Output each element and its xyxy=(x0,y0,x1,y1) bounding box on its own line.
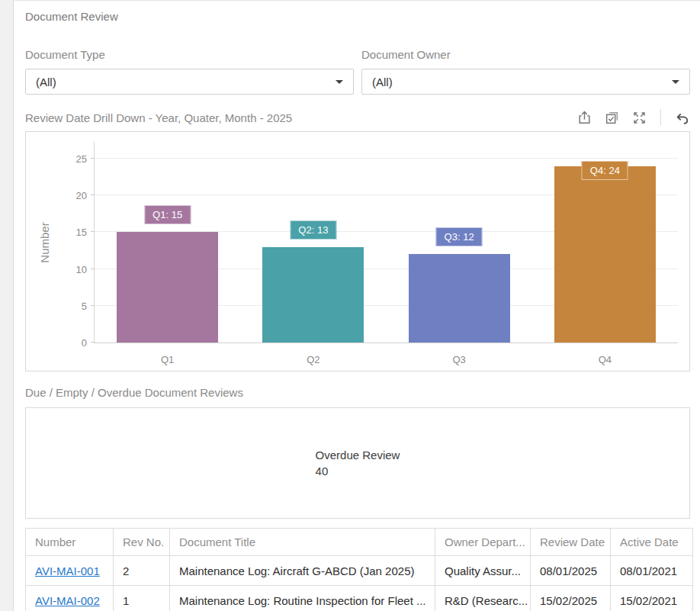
filter-document-owner: Document Owner (All) xyxy=(361,48,690,95)
y-tick-mark xyxy=(91,342,95,342)
chart-toolbar xyxy=(576,109,690,126)
table-cell: R&D (Researc... xyxy=(435,586,531,611)
table-cell: 1 xyxy=(114,586,170,611)
document-owner-label: Document Owner xyxy=(361,48,690,61)
document-type-dropdown[interactable]: (All) xyxy=(25,69,354,95)
document-type-label: Document Type xyxy=(25,48,354,61)
overdue-section-title: Due / Empty / Overdue Document Reviews xyxy=(25,386,690,399)
overdue-metric: Overdue Review 40 xyxy=(316,447,400,479)
y-axis-title: Number xyxy=(38,222,51,262)
bar-value-label: Q1: 15 xyxy=(144,205,191,224)
toolbar-divider xyxy=(660,109,661,126)
bar-q3[interactable] xyxy=(409,254,510,342)
table-header-row: NumberRev No.Document TitleOwner Depart.… xyxy=(26,529,693,556)
overdue-review-card[interactable]: Overdue Review 40 xyxy=(25,407,690,519)
plot-area: 0510152025Q1: 15Q1Q2: 13Q2Q3: 12Q3Q4: 24… xyxy=(94,142,678,343)
chevron-down-icon xyxy=(336,80,343,84)
document-number-link[interactable]: AVI-MAI-001 xyxy=(35,564,100,577)
chevron-down-icon xyxy=(672,80,679,84)
y-tick-label: 0 xyxy=(56,337,87,349)
multi-select-icon[interactable] xyxy=(604,110,620,126)
table-cell: AVI-MAI-002 xyxy=(26,586,114,611)
bar-q2[interactable] xyxy=(262,247,364,342)
table-cell: 2 xyxy=(114,556,170,586)
bar-q4[interactable] xyxy=(554,166,656,342)
column-header: Document Title xyxy=(170,529,435,556)
y-tick-mark xyxy=(91,305,95,306)
y-tick-label: 25 xyxy=(56,153,87,165)
bar-q1[interactable] xyxy=(117,232,218,342)
y-tick-label: 5 xyxy=(56,301,87,312)
column-header: Number xyxy=(26,529,114,556)
table-cell: 08/01/2025 xyxy=(531,556,611,586)
document-owner-value: (All) xyxy=(372,76,393,88)
documents-table: NumberRev No.Document TitleOwner Depart.… xyxy=(25,528,693,611)
export-icon[interactable] xyxy=(576,110,592,126)
table-cell: 15/02/2025 xyxy=(531,586,611,611)
y-tick-label: 10 xyxy=(56,264,87,275)
page-title: Document Review xyxy=(25,10,690,23)
overdue-metric-label: Overdue Review xyxy=(316,447,400,463)
y-tick-label: 15 xyxy=(56,227,87,238)
x-axis-label: Q1 xyxy=(161,354,174,365)
bar-chart: Number 0510152025Q1: 15Q1Q2: 13Q2Q3: 12Q… xyxy=(25,131,690,371)
table-body: AVI-MAI-0012Maintenance Log: Aircraft G-… xyxy=(26,556,693,611)
y-tick-label: 20 xyxy=(56,190,87,201)
x-axis-label: Q3 xyxy=(452,354,465,365)
x-axis-label: Q4 xyxy=(599,354,612,365)
table-cell: 08/01/2021 xyxy=(611,556,693,586)
gridline xyxy=(95,158,678,159)
y-tick-mark xyxy=(91,269,95,269)
document-review-panel: Document Review Document Type (All) Docu… xyxy=(14,0,700,611)
y-tick-mark xyxy=(91,158,95,159)
chart-title: Review Date Drill Down - Year, Quater, M… xyxy=(25,111,292,124)
column-header: Owner Depart... xyxy=(435,529,531,556)
table-row: AVI-MAI-0021Maintenance Log: Routine Ins… xyxy=(26,586,693,611)
y-tick-mark xyxy=(91,231,95,232)
undo-icon[interactable] xyxy=(674,110,690,126)
table-cell: Maintenance Log: Routine Inspection for … xyxy=(170,586,435,611)
table-row: AVI-MAI-0012Maintenance Log: Aircraft G-… xyxy=(26,556,693,586)
maximize-icon[interactable] xyxy=(631,110,647,126)
bar-value-label: Q2: 13 xyxy=(290,220,336,240)
left-gutter xyxy=(0,0,14,611)
column-header: Review Date xyxy=(531,529,611,556)
table-cell: Quality Assur... xyxy=(435,556,531,586)
bar-value-label: Q3: 12 xyxy=(436,227,483,246)
document-type-value: (All) xyxy=(36,76,56,88)
table-cell: AVI-MAI-001 xyxy=(26,556,114,586)
table-cell: 15/02/2021 xyxy=(611,586,693,611)
bar-value-label: Q4: 24 xyxy=(582,161,628,180)
x-axis-label: Q2 xyxy=(307,354,319,365)
overdue-metric-value: 40 xyxy=(316,463,400,479)
document-number-link[interactable]: AVI-MAI-002 xyxy=(35,594,100,607)
chart-header: Review Date Drill Down - Year, Quater, M… xyxy=(25,108,690,127)
y-tick-mark xyxy=(91,195,95,195)
column-header: Rev No. xyxy=(114,529,170,556)
document-owner-dropdown[interactable]: (All) xyxy=(361,69,690,95)
filter-document-type: Document Type (All) xyxy=(25,48,354,95)
filters-row: Document Type (All) Document Owner (All) xyxy=(25,48,690,95)
table-cell: Maintenance Log: Aircraft G-ABCD (Jan 20… xyxy=(170,556,435,586)
column-header: Active Date xyxy=(611,529,693,556)
